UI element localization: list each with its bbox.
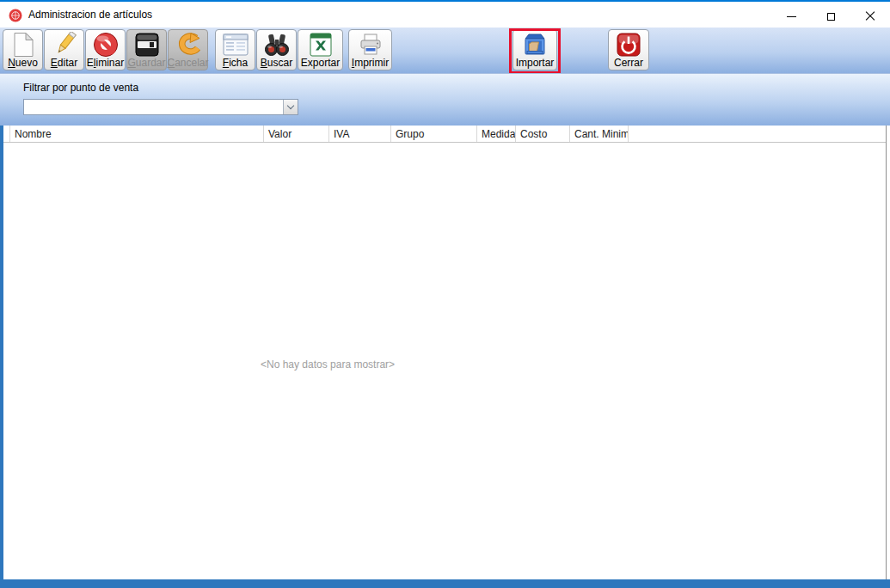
cancelar-button[interactable]: Cancelar bbox=[168, 29, 208, 70]
punto-de-venta-combobox[interactable] bbox=[23, 99, 298, 115]
importar-button[interactable]: Importar bbox=[513, 29, 557, 70]
punto-de-venta-input[interactable] bbox=[24, 100, 283, 114]
form-icon bbox=[217, 32, 254, 58]
imprimir-button[interactable]: Imprimir bbox=[348, 29, 392, 70]
eliminar-button-label: Eliminar bbox=[87, 58, 124, 69]
grid-header-grupo: Grupo bbox=[391, 126, 477, 142]
grid-header-indicator bbox=[3, 126, 10, 142]
ficha-button-label: Ficha bbox=[223, 58, 248, 69]
buscar-button-label: Buscar bbox=[261, 58, 292, 69]
nuevo-button-label: Nuevo bbox=[8, 58, 38, 69]
excel-icon bbox=[299, 32, 341, 58]
guardar-button[interactable]: Guardar bbox=[126, 29, 167, 70]
eliminar-button[interactable]: Eliminar bbox=[85, 29, 126, 70]
empty-data-message: <No hay datos para mostrar> bbox=[261, 358, 395, 371]
grid-header: Nombre Valor IVA Grupo Medida Costo Cant… bbox=[3, 126, 886, 143]
minimize-button[interactable] bbox=[771, 3, 811, 29]
window-frame-bottom bbox=[0, 579, 890, 588]
exportar-button[interactable]: Exportar bbox=[298, 29, 343, 70]
cerrar-button[interactable]: Cerrar bbox=[608, 29, 649, 70]
floppy-disk-icon bbox=[128, 32, 165, 58]
editar-button-label: Editar bbox=[51, 58, 77, 69]
new-document-icon bbox=[4, 32, 41, 58]
app-window: Administracion de artículos Nuevo bbox=[0, 0, 890, 588]
grid-header-iva: IVA bbox=[329, 126, 391, 142]
minimize-icon bbox=[787, 16, 796, 17]
editar-button[interactable]: Editar bbox=[44, 29, 84, 70]
grid-header-filler bbox=[629, 126, 886, 142]
close-button[interactable] bbox=[850, 3, 890, 29]
nuevo-button[interactable]: Nuevo bbox=[3, 29, 43, 70]
close-icon bbox=[865, 11, 875, 21]
cancelar-button-label: Cancelar bbox=[167, 58, 208, 69]
binoculars-icon bbox=[258, 32, 295, 58]
cerrar-button-label: Cerrar bbox=[614, 58, 643, 69]
app-logo-icon bbox=[9, 9, 22, 22]
filter-label: Filtrar por punto de venta bbox=[23, 82, 138, 94]
import-drawer-icon bbox=[514, 32, 555, 58]
combobox-dropdown-button[interactable] bbox=[283, 100, 298, 114]
maximize-button[interactable] bbox=[811, 3, 850, 29]
grid-header-medida: Medida bbox=[477, 126, 516, 142]
window-title: Administracion de artículos bbox=[28, 2, 152, 28]
window-frame-left bbox=[0, 126, 3, 588]
title-bar[interactable]: Administracion de artículos bbox=[0, 0, 890, 28]
caption-buttons bbox=[771, 3, 890, 29]
delete-icon bbox=[87, 32, 124, 58]
exportar-button-label: Exportar bbox=[301, 58, 340, 69]
ficha-button[interactable]: Ficha bbox=[215, 29, 255, 70]
grid-header-cant-minima: Cant. Minim bbox=[570, 126, 629, 142]
buscar-button[interactable]: Buscar bbox=[256, 29, 297, 70]
articles-grid: Nombre Valor IVA Grupo Medida Costo Cant… bbox=[3, 126, 887, 579]
undo-arrow-icon bbox=[169, 32, 206, 58]
imprimir-button-label: Imprimir bbox=[352, 58, 389, 69]
guardar-button-label: Guardar bbox=[127, 58, 165, 69]
grid-header-valor: Valor bbox=[264, 126, 329, 142]
toolbar: Nuevo Editar bbox=[0, 28, 890, 73]
filter-panel: Filtrar por punto de venta bbox=[0, 73, 890, 126]
printer-icon bbox=[350, 32, 390, 58]
maximize-icon bbox=[827, 13, 835, 21]
grid-header-costo: Costo bbox=[516, 126, 570, 142]
importar-button-label: Importar bbox=[516, 58, 555, 69]
grid-header-nombre: Nombre bbox=[10, 126, 264, 142]
pencil-icon bbox=[46, 32, 83, 58]
chevron-down-icon bbox=[287, 102, 294, 109]
power-icon bbox=[610, 32, 648, 58]
